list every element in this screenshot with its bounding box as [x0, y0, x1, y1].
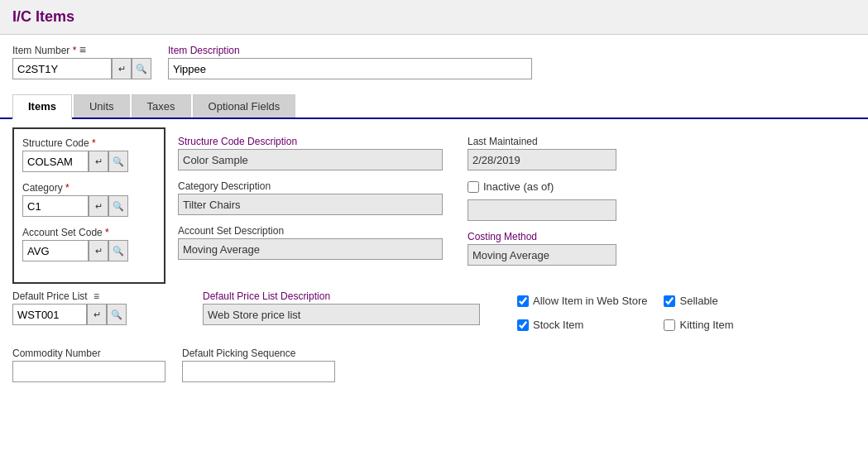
- inactive-field: Inactive (as of): [468, 180, 650, 193]
- checkbox-group: Allow Item in Web Store Sellable Stock I…: [517, 295, 794, 338]
- structure-code-label: Structure Code *: [22, 137, 156, 149]
- item-number-input[interactable]: [12, 58, 112, 79]
- structure-code-search-btn[interactable]: 🔍: [108, 151, 128, 172]
- costing-method-field: Costing Method: [468, 231, 650, 266]
- account-set-enter-btn[interactable]: ↵: [89, 240, 108, 261]
- category-input-group: ↵ 🔍: [22, 195, 156, 217]
- bottom-row: Default Price List ≡ ↵ 🔍 Default Price L…: [12, 284, 856, 338]
- inactive-date-input[interactable]: [468, 199, 616, 221]
- inactive-checkbox[interactable]: [468, 181, 479, 193]
- default-price-list-desc-mid: Default Price List Description: [190, 290, 480, 325]
- default-price-list-search-btn[interactable]: 🔍: [107, 304, 127, 325]
- account-set-code-label: Account Set Code *: [22, 227, 156, 238]
- account-set-desc-field: Account Set Description: [178, 225, 443, 260]
- stock-item-checkbox[interactable]: [517, 319, 529, 331]
- account-set-desc-label: Account Set Description: [178, 225, 443, 237]
- last-maintained-field: Last Maintained: [468, 136, 650, 170]
- commodity-number-input[interactable]: [12, 361, 165, 382]
- account-set-code-input[interactable]: [22, 240, 89, 261]
- structure-code-input[interactable]: [22, 151, 89, 172]
- category-enter-btn[interactable]: ↵: [89, 195, 108, 217]
- account-set-desc-input: [178, 238, 443, 260]
- default-price-list-menu-icon[interactable]: ≡: [94, 290, 99, 302]
- category-search-btn[interactable]: 🔍: [108, 195, 128, 217]
- left-column: Structure Code * ↵ 🔍 Category * ↵: [12, 127, 165, 284]
- kitting-item-checkbox[interactable]: [664, 319, 675, 331]
- tabs-bar: Items Units Taxes Optional Fields: [0, 94, 868, 119]
- required-marker: *: [73, 45, 77, 56]
- default-price-list-input[interactable]: [12, 304, 87, 325]
- default-price-list-enter-btn[interactable]: ↵: [87, 304, 107, 325]
- tab-items[interactable]: Items: [12, 94, 72, 119]
- allow-item-web-store-row: Allow Item in Web Store: [517, 295, 647, 307]
- commodity-number-group: Commodity Number: [12, 348, 165, 382]
- allow-item-web-store-checkbox[interactable]: [517, 295, 529, 307]
- category-desc-label: Category Description: [178, 180, 443, 192]
- category-label: Category *: [22, 182, 156, 194]
- item-description-group: Item Description: [168, 45, 532, 79]
- default-picking-sequence-group: Default Picking Sequence: [182, 348, 335, 382]
- category-desc-field: Category Description: [178, 180, 443, 215]
- item-number-enter-btn[interactable]: ↵: [112, 58, 132, 79]
- structure-code-input-group: ↵ 🔍: [22, 151, 156, 172]
- stock-item-label: Stock Item: [533, 319, 583, 331]
- commodity-row: Commodity Number Default Picking Sequenc…: [12, 338, 856, 382]
- right-column: Last Maintained Inactive (as of) Costing…: [455, 127, 662, 284]
- item-number-label: Item Number * ≡: [12, 43, 151, 56]
- item-description-input[interactable]: [168, 58, 532, 79]
- inactive-label: Inactive (as of): [483, 180, 554, 193]
- top-field-row: Item Number * ≡ ↵ 🔍 Item Description: [12, 43, 856, 79]
- item-number-input-group: ↵ 🔍: [12, 58, 151, 79]
- menu-icon[interactable]: ≡: [79, 43, 86, 56]
- kitting-item-label: Kitting Item: [679, 319, 733, 331]
- structure-code-enter-btn[interactable]: ↵: [89, 151, 108, 172]
- default-picking-sequence-input[interactable]: [182, 361, 335, 382]
- commodity-number-label: Commodity Number: [12, 348, 165, 359]
- account-set-search-btn[interactable]: 🔍: [108, 240, 128, 261]
- category-field: Category * ↵ 🔍: [22, 182, 156, 217]
- default-picking-sequence-label: Default Picking Sequence: [182, 348, 335, 359]
- sellable-row: Sellable: [664, 295, 794, 307]
- item-description-label: Item Description: [168, 45, 532, 56]
- account-set-code-input-group: ↵ 🔍: [22, 240, 156, 261]
- costing-method-label: Costing Method: [468, 231, 650, 242]
- allow-item-web-store-label: Allow Item in Web Store: [533, 295, 647, 307]
- last-maintained-label: Last Maintained: [468, 136, 650, 147]
- item-number-group: Item Number * ≡ ↵ 🔍: [12, 43, 151, 79]
- mid-column: Structure Code Description Category Desc…: [165, 127, 455, 284]
- item-number-search-btn[interactable]: 🔍: [132, 58, 151, 79]
- structure-code-desc-input: [178, 149, 443, 170]
- structure-code-desc-field: Structure Code Description: [178, 136, 443, 170]
- default-price-list-desc-input: [203, 304, 480, 325]
- page-title: I/C Items: [12, 8, 74, 25]
- sellable-label: Sellable: [679, 295, 717, 307]
- category-input[interactable]: [22, 195, 89, 217]
- default-price-list-input-group: ↵ 🔍: [12, 304, 165, 325]
- category-desc-input: [178, 194, 443, 215]
- tab-units[interactable]: Units: [74, 94, 130, 118]
- tab-optional-fields[interactable]: Optional Fields: [193, 94, 296, 118]
- checkboxes-right: Allow Item in Web Store Sellable Stock I…: [505, 290, 794, 338]
- default-price-list-desc-label: Default Price List Description: [203, 290, 480, 302]
- kitting-item-row: Kitting Item: [664, 319, 794, 331]
- structure-code-desc-label: Structure Code Description: [178, 136, 443, 147]
- tab-content-items: Structure Code * ↵ 🔍 Category * ↵: [0, 119, 868, 391]
- tab-taxes[interactable]: Taxes: [132, 94, 191, 118]
- default-price-list-left: Default Price List ≡ ↵ 🔍: [12, 290, 165, 325]
- account-set-code-field: Account Set Code * ↵ 🔍: [22, 227, 156, 261]
- form-area: Item Number * ≡ ↵ 🔍 Item Description: [0, 35, 868, 94]
- structure-code-field: Structure Code * ↵ 🔍: [22, 137, 156, 172]
- content-grid: Structure Code * ↵ 🔍 Category * ↵: [12, 127, 856, 284]
- stock-item-row: Stock Item: [517, 319, 647, 331]
- costing-method-input: [468, 244, 616, 266]
- sellable-checkbox[interactable]: [664, 295, 675, 307]
- page-header: I/C Items: [0, 0, 868, 35]
- last-maintained-input: [468, 149, 616, 170]
- default-price-list-label: Default Price List ≡: [12, 290, 165, 302]
